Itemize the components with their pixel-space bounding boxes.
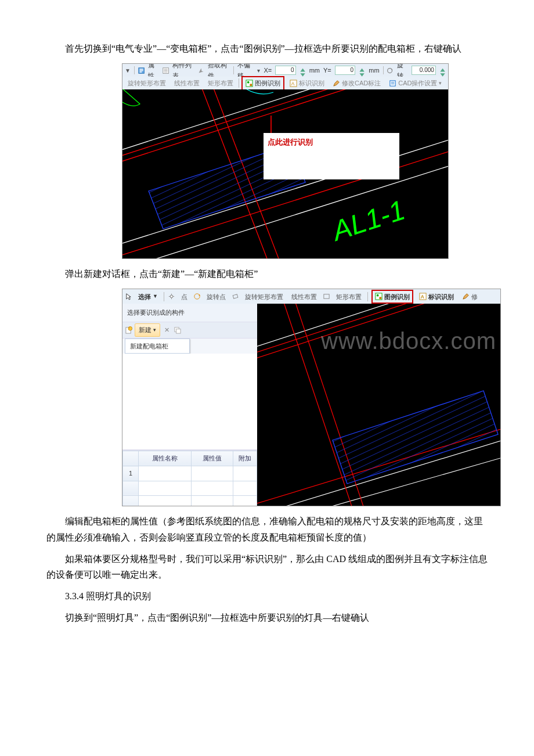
mm-label: mm <box>369 65 379 76</box>
rot-point-icon <box>193 293 201 300</box>
new-button[interactable]: 新建 ▾ <box>135 323 160 337</box>
copy-icon[interactable] <box>174 326 181 334</box>
edit-btn[interactable]: 修 <box>460 291 480 303</box>
svg-rect-2 <box>139 70 143 71</box>
x-label: X= <box>264 65 272 76</box>
mark-rec-icon: A <box>290 80 297 87</box>
pick-icon <box>198 67 204 74</box>
fig1-toolbar-2: 旋转矩形布置 线性布置 矩形布置 图例识别 A 标识识别 修改CAD标注 <box>122 77 448 90</box>
spinner-icon[interactable] <box>359 67 365 74</box>
callout-text: 点此进行识别 <box>268 138 313 146</box>
svg-marker-8 <box>300 68 305 71</box>
cursor-icon <box>125 293 132 300</box>
svg-rect-40 <box>324 294 329 298</box>
fig1-canvas[interactable]: 点此进行识别 AL1-1 ↖ <box>122 89 448 258</box>
svg-marker-11 <box>359 73 364 77</box>
spinner-icon[interactable] <box>439 67 446 74</box>
paragraph-6: 切换到“照明灯具”，点击“图例识别”—拉框选中所要识别的灯具—右键确认 <box>46 610 488 625</box>
fig2-side-panel: 选择要识别成的构件 * 新建 ▾ ✕ 新建配电箱柜 <box>122 304 258 506</box>
fig2-toolbar: 选择 ▼ 点 旋转点 旋转矩形布置 线性布置 矩形布置 图例识别 A 标识识 <box>122 289 500 304</box>
svg-point-37 <box>194 294 200 299</box>
fig1-toolbar-1: ▼ 属性 构件列表 拾取构件 不偏移 ▾ X= 0 <box>122 64 448 77</box>
svg-rect-18 <box>250 84 252 86</box>
legend-rec-icon <box>246 80 253 87</box>
paragraph-3: 编辑配电箱柜的属性值（参考图纸系统图的信息，准确输入配电箱的规格尺寸及安装的距地… <box>46 513 488 545</box>
point-icon <box>168 293 175 300</box>
mark-rec-icon: A <box>419 293 427 300</box>
new-dropdown: 新建配电箱柜 <box>125 339 190 354</box>
cad-ops-btn[interactable]: CAD操作设置 ▾ <box>386 77 445 89</box>
svg-marker-10 <box>359 68 364 71</box>
point-btn[interactable]: 点 <box>179 291 190 303</box>
legend-rec-icon <box>375 293 383 300</box>
figure-1: ▼ 属性 构件列表 拾取构件 不偏移 ▾ X= 0 <box>122 63 449 259</box>
mark-recognize-btn[interactable]: A 标识识别 <box>417 291 456 303</box>
panel-toolbar: * 新建 ▾ ✕ <box>122 322 257 339</box>
dropdown-icon[interactable]: ▾ <box>257 66 260 75</box>
svg-marker-14 <box>440 68 445 71</box>
rot-rect-icon <box>232 293 239 300</box>
x-input[interactable]: 0 <box>275 66 295 75</box>
svg-point-42 <box>377 294 379 297</box>
rect-layout-btn[interactable]: 矩形布置 <box>334 291 364 303</box>
table-row[interactable] <box>123 495 257 506</box>
paragraph-4: 如果箱体要区分规格型号时，我们可以采用“标识识别”，那么由 CAD 线组成的图例… <box>46 551 488 582</box>
svg-rect-39 <box>233 294 238 298</box>
svg-marker-9 <box>300 73 305 77</box>
row-number: 1 <box>123 466 139 481</box>
select-btn[interactable]: 选择 ▼ <box>136 291 160 303</box>
properties-icon <box>138 67 145 74</box>
edit-icon <box>462 293 470 300</box>
y-input[interactable]: 0 <box>335 66 355 75</box>
spinner-icon[interactable] <box>300 67 306 74</box>
component-tree[interactable] <box>122 354 257 450</box>
svg-text:A: A <box>291 81 295 87</box>
svg-text:A: A <box>421 294 424 300</box>
property-table: 属性名称 属性值 附加 1 <box>122 450 257 506</box>
delete-button[interactable]: ✕ <box>163 325 171 336</box>
col-additional: 附加 <box>233 451 257 466</box>
table-row[interactable]: 1 <box>123 466 257 481</box>
watermark-text: www.bdocx.com <box>321 321 496 361</box>
svg-marker-60 <box>333 391 498 484</box>
table-row[interactable] <box>123 481 257 495</box>
legend-recognize-btn[interactable]: 图例识别 <box>371 290 413 304</box>
svg-rect-3 <box>139 72 142 73</box>
rect-icon <box>323 293 330 300</box>
mark-recognize-btn[interactable]: A 标识识别 <box>287 77 327 89</box>
svg-marker-15 <box>440 73 445 77</box>
paragraph-5: 3.3.4 照明灯具的识别 <box>46 588 488 604</box>
cad-ops-icon <box>389 80 396 87</box>
dropdown-icon[interactable]: ▼ <box>125 66 131 75</box>
mm-label: mm <box>309 65 320 76</box>
edit-cad-icon <box>333 80 340 87</box>
svg-rect-1 <box>139 69 143 70</box>
rotate-icon <box>387 67 393 74</box>
callout-box: 点此进行识别 <box>264 133 399 179</box>
fig2-canvas[interactable]: www.bdocx.com <box>257 304 500 506</box>
svg-rect-50 <box>176 329 181 333</box>
rotate-rect-btn[interactable]: 旋转矩形布置 <box>125 77 169 89</box>
list-icon <box>163 67 169 74</box>
col-prop-name: 属性名称 <box>139 451 192 466</box>
rot-rect-btn[interactable]: 旋转矩形布置 <box>243 291 286 303</box>
paragraph-1: 首先切换到“电气专业”—“变电箱柜”，点击“图例识别”—拉框选中所要识别的配电箱… <box>46 41 488 56</box>
line-layout-btn[interactable]: 线性布置 <box>289 291 319 303</box>
angle-input[interactable]: 0.000 <box>412 66 436 75</box>
svg-rect-36 <box>171 296 173 298</box>
svg-point-12 <box>388 69 392 73</box>
svg-rect-43 <box>379 297 381 300</box>
new-icon: * <box>125 326 132 334</box>
rect-layout-btn[interactable]: 矩形布置 <box>205 77 236 89</box>
paragraph-2: 弹出新建对话框，点击“新建”—“新建配电箱柜” <box>46 266 488 282</box>
line-layout-btn[interactable]: 线性布置 <box>171 77 203 89</box>
dropdown-item-new-cabinet[interactable]: 新建配电箱柜 <box>125 339 189 354</box>
svg-rect-21 <box>390 81 395 86</box>
edit-cad-btn[interactable]: 修改CAD标注 <box>330 77 384 89</box>
legend-recognize-btn[interactable]: 图例识别 <box>241 76 284 91</box>
col-prop-value: 属性值 <box>191 451 233 466</box>
panel-title: 选择要识别成的构件 <box>122 304 257 322</box>
rot-point-btn[interactable]: 旋转点 <box>204 291 228 303</box>
y-label: Y= <box>323 65 331 76</box>
svg-point-17 <box>247 81 250 83</box>
